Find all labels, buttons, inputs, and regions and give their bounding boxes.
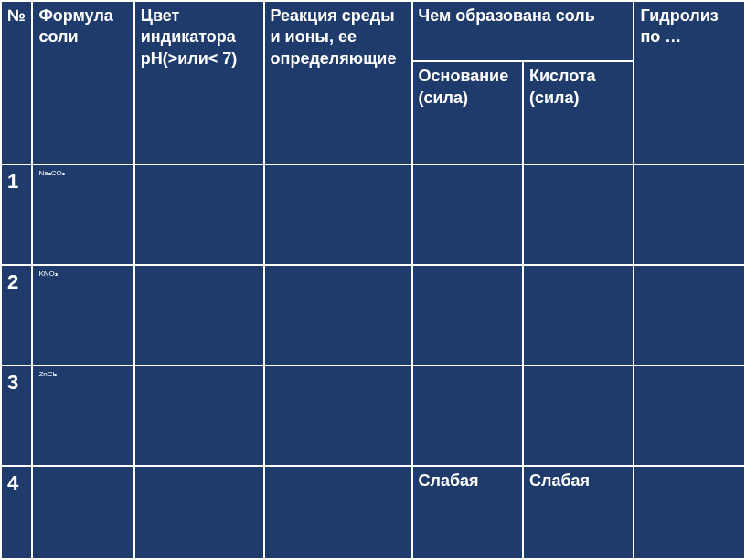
table-row: 4 Слабая Слабая [1, 466, 745, 559]
row-formula: Na₂CO₃ [32, 164, 133, 265]
row-acid [523, 365, 634, 466]
header-salt-formed: Чем образована соль [412, 1, 634, 61]
row-num: 1 [1, 164, 32, 265]
row-reaction [264, 265, 412, 365]
table-row: 1 Na₂CO₃ [1, 164, 745, 265]
row-color [134, 466, 264, 559]
header-formula: Формула соли [32, 1, 133, 164]
row-formula [32, 466, 133, 559]
row-base [412, 365, 523, 466]
row-hydro [634, 466, 745, 559]
row-reaction [264, 164, 412, 265]
row-base [412, 265, 523, 365]
row-reaction [264, 466, 412, 559]
row-acid [523, 265, 634, 365]
row-base [412, 164, 523, 265]
table-row: 2 KNO₃ [1, 265, 745, 365]
row-acid [523, 164, 634, 265]
header-color: Цвет индикатора рН(>или< 7) [134, 1, 264, 164]
row-reaction [264, 365, 412, 466]
row-hydro [634, 265, 745, 365]
header-num: № [1, 1, 32, 164]
header-base: Основание (сила) [412, 61, 523, 164]
header-reaction: Реакция среды и ионы, ее определяющие [264, 1, 412, 164]
row-formula: ZnCl₂ [32, 365, 133, 466]
row-color [134, 265, 264, 365]
row-hydro [634, 365, 745, 466]
row-formula: KNO₃ [32, 265, 133, 365]
row-num: 3 [1, 365, 32, 466]
row-acid: Слабая [523, 466, 634, 559]
row-num: 2 [1, 265, 32, 365]
row-color [134, 164, 264, 265]
table-row: 3 ZnCl₂ [1, 365, 745, 466]
row-num: 4 [1, 466, 32, 559]
row-color [134, 365, 264, 466]
row-hydro [634, 164, 745, 265]
header-hydrolysis: Гидролиз по … [634, 1, 745, 164]
header-acid: Кислота (сила) [523, 61, 634, 164]
row-base: Слабая [412, 466, 523, 559]
hydrolysis-table: № Формула соли Цвет индикатора рН(>или< … [0, 0, 746, 560]
header-row-1: № Формула соли Цвет индикатора рН(>или< … [1, 1, 745, 61]
